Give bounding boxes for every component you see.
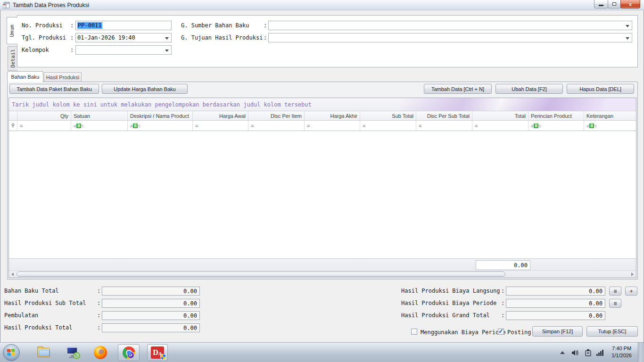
colon: : — [97, 288, 100, 294]
filter-cell-satuan[interactable]: aBc — [71, 121, 128, 131]
filter-cell-total[interactable]: = — [472, 121, 528, 131]
posting-checkbox[interactable] — [498, 329, 504, 335]
speaker-icon — [571, 349, 579, 356]
menggunakan-biaya-periode-checkbox[interactable] — [411, 329, 417, 335]
da-app-icon: DA — [151, 346, 164, 359]
column-header-deskripsi[interactable]: Deskripsi / Nama Product — [128, 111, 193, 120]
side-tab-umum[interactable]: Umum — [7, 17, 17, 44]
tab-hasil-produksi[interactable]: Hasil Produksi — [44, 72, 82, 82]
restore-icon — [612, 2, 616, 6]
tray-show-hidden-icons-button[interactable] — [559, 344, 566, 361]
tgl-produksi-label: Tgl. Produksi — [22, 34, 66, 41]
tambah-data-button[interactable]: Tambah Data [Ctrl + N] — [424, 84, 492, 94]
column-header-perincian-product[interactable]: Perincian Product — [528, 111, 584, 120]
equals-filter-icon: = — [195, 123, 198, 129]
taskbar-explorer-button[interactable] — [34, 344, 53, 361]
kelompok-combo[interactable] — [75, 45, 172, 55]
close-icon: x — [629, 1, 632, 7]
windows-logo-icon — [7, 348, 16, 356]
ubah-data-button[interactable]: Ubah Data [F2] — [495, 84, 563, 94]
tab-bahan-baku[interactable]: Bahan Baku — [7, 71, 43, 82]
colon: : — [97, 300, 100, 306]
column-header-satuan[interactable]: Satuan — [71, 111, 128, 120]
horizontal-scrollbar[interactable] — [9, 271, 636, 278]
signal-bars-icon — [596, 350, 603, 356]
filter-cell-keterangan[interactable]: aBc — [584, 121, 636, 131]
column-header-disc-per-sub-total[interactable]: Disc Per Sub Total — [416, 111, 472, 120]
side-tab-detail[interactable]: Detail — [8, 46, 17, 71]
colon: : — [501, 312, 504, 319]
no-produksi-label: No. Produksi — [22, 22, 63, 29]
pembulatan-value: 0.00 — [102, 311, 200, 320]
grid-empty-body[interactable] — [9, 131, 636, 258]
tutup-button[interactable]: Tutup [ESC] — [586, 326, 638, 337]
filter-cell-disc-per-item[interactable]: = — [248, 121, 305, 131]
column-header-harga-akhir[interactable]: Harga Akhir — [305, 111, 360, 120]
footer-total-summary: 0.00 — [476, 260, 530, 270]
biaya-periode-list-button[interactable]: ≡ — [609, 299, 621, 308]
window-title: Tambah Data Proses Produksi — [13, 2, 89, 8]
colon: : — [70, 34, 74, 41]
grid-auto-filter-row: = aBc aBc = = = = = = aBc aBc — [9, 121, 636, 131]
column-header-sub-total[interactable]: Sub Total — [360, 111, 416, 120]
bahan-baku-total-value: 0.00 — [102, 287, 200, 296]
bahan-baku-total-label: Bahan Baku Total — [4, 288, 59, 294]
colon: : — [501, 300, 504, 306]
scroll-left-icon[interactable] — [11, 272, 14, 276]
uac-shield-icon — [160, 354, 166, 360]
filter-cell-disc-per-sub-total[interactable]: = — [416, 121, 472, 131]
filter-cell-sub-total[interactable]: = — [360, 121, 416, 131]
column-header-qty[interactable]: Qty — [17, 111, 71, 120]
equals-filter-icon: = — [363, 123, 365, 129]
equals-filter-icon: = — [475, 123, 477, 129]
tray-remove-hardware-button[interactable] — [583, 344, 593, 361]
hasil-produksi-sub-total-value: 0.00 — [102, 299, 200, 308]
filter-cell-deskripsi[interactable]: aBc — [128, 121, 193, 131]
equals-filter-icon: = — [307, 123, 309, 129]
sumber-bahan-baku-combo[interactable] — [268, 21, 632, 30]
grid-summary-footer: 0.00 — [9, 258, 636, 271]
chevron-down-icon — [626, 37, 629, 40]
start-button[interactable] — [3, 344, 20, 361]
filter-cell-harga-akhir[interactable]: = — [305, 121, 360, 131]
column-header-disc-per-item[interactable]: Disc Per Item — [248, 111, 305, 120]
abc-filter-icon: aBc — [130, 123, 140, 128]
tray-volume-button[interactable] — [570, 344, 581, 361]
filter-cell-harga-awal[interactable]: = — [193, 121, 248, 131]
sumber-bahan-baku-label: G. Sumber Bahan Baku — [181, 22, 249, 29]
equals-filter-icon: = — [419, 123, 421, 129]
grid-group-by-panel[interactable]: Tarik judul kolom ke sini untuk melakuka… — [9, 98, 636, 111]
show-desktop-button[interactable] — [638, 343, 644, 362]
taskbar-firefox-button[interactable] — [91, 344, 110, 361]
hapus-data-button[interactable]: Hapus Data [DEL] — [567, 84, 634, 94]
column-header-total[interactable]: Total — [472, 111, 528, 120]
scrollbar-thumb[interactable] — [17, 272, 505, 277]
tambah-paket-bahan-baku-button[interactable]: Tambah Data Paket Bahan Baku — [9, 84, 99, 94]
taskbar-active-app-button[interactable]: DA — [147, 344, 168, 361]
close-button[interactable]: x — [620, 0, 640, 8]
client-area: Umum Detail No. Produksi : PP-0011 G. Su… — [0, 10, 644, 342]
minimize-button[interactable] — [594, 0, 608, 8]
restore-button[interactable] — [608, 0, 621, 8]
taskbar-chrome-button[interactable]: D — [118, 344, 140, 361]
tujuan-hasil-produksi-combo[interactable] — [268, 33, 632, 42]
biaya-langsung-list-button[interactable]: ≡ — [609, 287, 621, 296]
filter-cell-qty[interactable]: = — [17, 121, 71, 131]
tgl-produksi-combo[interactable]: 01-Jan-2026 19:40 — [75, 33, 172, 42]
biaya-langsung-add-button[interactable]: + — [625, 287, 637, 296]
filter-cell-perincian-product[interactable]: aBc — [528, 121, 584, 131]
tray-network-button[interactable] — [594, 344, 605, 361]
column-header-keterangan[interactable]: Keterangan — [584, 111, 636, 120]
abc-filter-icon: aBc — [531, 123, 541, 128]
taskbar-remote-desktop-button[interactable]: ↻ — [62, 344, 82, 361]
scroll-right-icon[interactable] — [631, 272, 634, 276]
biaya-langsung-value: 0.00 — [506, 287, 605, 296]
column-header-harga-awal[interactable]: Harga Awal — [193, 111, 248, 120]
grand-total-label: Hasil Produksi Grand Total — [401, 312, 490, 319]
tray-clock[interactable]: 7:40 PM 1/1/2026 — [611, 345, 632, 359]
no-produksi-input[interactable]: PP-0011 — [75, 21, 172, 30]
chrome-profile-badge: D — [127, 352, 134, 359]
bahan-baku-grid: Tarik judul kolom ke sini untuk melakuka… — [8, 98, 636, 278]
simpan-button[interactable]: Simpan [F12] — [532, 326, 583, 337]
update-harga-bahan-baku-button[interactable]: Update Harga Bahan Baku — [102, 84, 188, 94]
